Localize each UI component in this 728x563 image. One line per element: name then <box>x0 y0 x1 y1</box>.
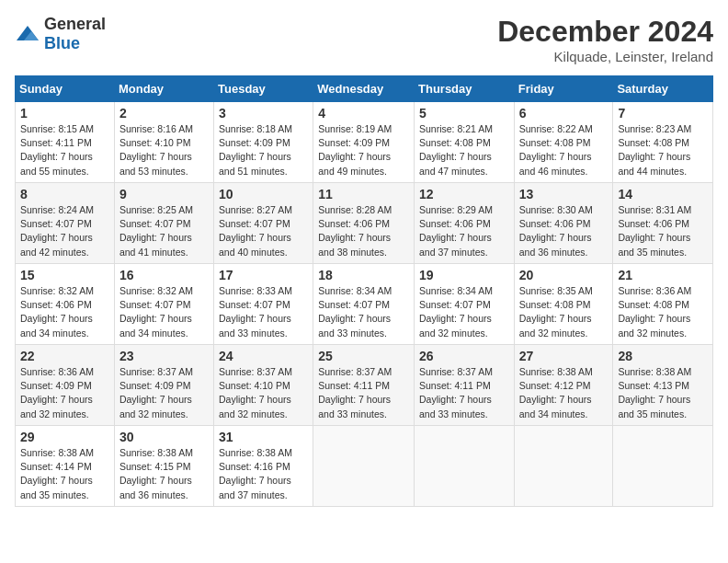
calendar-table: SundayMondayTuesdayWednesdayThursdayFrid… <box>15 75 713 507</box>
day-info: Sunrise: 8:33 AM Sunset: 4:07 PM Dayligh… <box>219 284 308 340</box>
day-number: 26 <box>419 349 509 363</box>
calendar-day-cell: 18 Sunrise: 8:34 AM Sunset: 4:07 PM Dayl… <box>313 264 415 345</box>
logo-text: General Blue <box>44 15 106 53</box>
day-info: Sunrise: 8:37 AM Sunset: 4:11 PM Dayligh… <box>318 365 409 421</box>
day-number: 8 <box>20 187 109 201</box>
day-number: 11 <box>318 187 409 201</box>
day-number: 27 <box>519 349 609 363</box>
calendar-day-cell <box>514 426 613 507</box>
calendar-day-cell: 23 Sunrise: 8:37 AM Sunset: 4:09 PM Dayl… <box>114 345 213 426</box>
day-number: 31 <box>219 430 308 444</box>
day-number: 19 <box>419 268 509 282</box>
day-info: Sunrise: 8:19 AM Sunset: 4:09 PM Dayligh… <box>318 122 409 178</box>
calendar-day-cell: 20 Sunrise: 8:35 AM Sunset: 4:08 PM Dayl… <box>514 264 613 345</box>
day-number: 29 <box>20 430 109 444</box>
day-info: Sunrise: 8:37 AM Sunset: 4:09 PM Dayligh… <box>119 365 209 421</box>
calendar-day-cell: 19 Sunrise: 8:34 AM Sunset: 4:07 PM Dayl… <box>415 264 515 345</box>
day-info: Sunrise: 8:18 AM Sunset: 4:09 PM Dayligh… <box>219 122 308 178</box>
weekday-header-row: SundayMondayTuesdayWednesdayThursdayFrid… <box>16 76 713 102</box>
month-title: December 2024 <box>497 15 713 49</box>
logo-general: General <box>44 15 106 33</box>
day-info: Sunrise: 8:28 AM Sunset: 4:06 PM Dayligh… <box>318 203 409 259</box>
calendar-day-cell: 22 Sunrise: 8:36 AM Sunset: 4:09 PM Dayl… <box>16 345 115 426</box>
day-number: 30 <box>119 430 209 444</box>
calendar-day-cell: 11 Sunrise: 8:28 AM Sunset: 4:06 PM Dayl… <box>313 183 415 264</box>
calendar-day-cell: 3 Sunrise: 8:18 AM Sunset: 4:09 PM Dayli… <box>214 102 313 183</box>
calendar-day-cell: 24 Sunrise: 8:37 AM Sunset: 4:10 PM Dayl… <box>214 345 313 426</box>
calendar-day-cell <box>313 426 415 507</box>
day-number: 7 <box>618 106 708 121</box>
day-info: Sunrise: 8:36 AM Sunset: 4:09 PM Dayligh… <box>20 365 109 421</box>
day-number: 21 <box>618 268 708 282</box>
day-number: 5 <box>419 106 509 121</box>
calendar-day-cell: 29 Sunrise: 8:38 AM Sunset: 4:14 PM Dayl… <box>16 426 115 507</box>
day-number: 15 <box>20 268 109 282</box>
day-info: Sunrise: 8:38 AM Sunset: 4:12 PM Dayligh… <box>519 365 609 421</box>
calendar-day-cell: 25 Sunrise: 8:37 AM Sunset: 4:11 PM Dayl… <box>313 345 415 426</box>
calendar-week-row: 22 Sunrise: 8:36 AM Sunset: 4:09 PM Dayl… <box>16 345 713 426</box>
day-number: 22 <box>20 349 109 363</box>
calendar-day-cell: 26 Sunrise: 8:37 AM Sunset: 4:11 PM Dayl… <box>415 345 515 426</box>
calendar-day-cell: 28 Sunrise: 8:38 AM Sunset: 4:13 PM Dayl… <box>613 345 713 426</box>
day-info: Sunrise: 8:36 AM Sunset: 4:08 PM Dayligh… <box>618 284 708 340</box>
calendar-day-cell: 1 Sunrise: 8:15 AM Sunset: 4:11 PM Dayli… <box>16 102 115 183</box>
page-header: General Blue December 2024 Kilquade, Lei… <box>15 15 713 64</box>
weekday-header: Sunday <box>16 76 115 102</box>
day-number: 17 <box>219 268 308 282</box>
weekday-header: Wednesday <box>313 76 415 102</box>
day-info: Sunrise: 8:35 AM Sunset: 4:08 PM Dayligh… <box>519 284 609 340</box>
calendar-day-cell: 4 Sunrise: 8:19 AM Sunset: 4:09 PM Dayli… <box>313 102 415 183</box>
day-info: Sunrise: 8:37 AM Sunset: 4:10 PM Dayligh… <box>219 365 308 421</box>
calendar-day-cell: 16 Sunrise: 8:32 AM Sunset: 4:07 PM Dayl… <box>114 264 213 345</box>
day-number: 16 <box>119 268 209 282</box>
weekday-header: Thursday <box>415 76 515 102</box>
calendar-day-cell: 7 Sunrise: 8:23 AM Sunset: 4:08 PM Dayli… <box>613 102 713 183</box>
day-number: 4 <box>318 106 409 121</box>
day-number: 24 <box>219 349 308 363</box>
weekday-header: Tuesday <box>214 76 313 102</box>
calendar-day-cell: 21 Sunrise: 8:36 AM Sunset: 4:08 PM Dayl… <box>613 264 713 345</box>
logo-blue: Blue <box>44 34 80 52</box>
calendar-week-row: 15 Sunrise: 8:32 AM Sunset: 4:06 PM Dayl… <box>16 264 713 345</box>
day-number: 10 <box>219 187 308 201</box>
location-subtitle: Kilquade, Leinster, Ireland <box>497 49 713 64</box>
day-number: 18 <box>318 268 409 282</box>
calendar-week-row: 29 Sunrise: 8:38 AM Sunset: 4:14 PM Dayl… <box>16 426 713 507</box>
day-number: 3 <box>219 106 308 121</box>
day-info: Sunrise: 8:38 AM Sunset: 4:14 PM Dayligh… <box>20 446 109 502</box>
day-number: 1 <box>20 106 109 121</box>
day-info: Sunrise: 8:32 AM Sunset: 4:07 PM Dayligh… <box>119 284 209 340</box>
day-info: Sunrise: 8:23 AM Sunset: 4:08 PM Dayligh… <box>618 122 708 178</box>
calendar-day-cell: 14 Sunrise: 8:31 AM Sunset: 4:06 PM Dayl… <box>613 183 713 264</box>
title-area: December 2024 Kilquade, Leinster, Irelan… <box>497 15 713 64</box>
day-number: 9 <box>119 187 209 201</box>
day-number: 28 <box>618 349 708 363</box>
calendar-week-row: 1 Sunrise: 8:15 AM Sunset: 4:11 PM Dayli… <box>16 102 713 183</box>
day-info: Sunrise: 8:37 AM Sunset: 4:11 PM Dayligh… <box>419 365 509 421</box>
day-info: Sunrise: 8:24 AM Sunset: 4:07 PM Dayligh… <box>20 203 109 259</box>
day-number: 6 <box>519 106 609 121</box>
day-info: Sunrise: 8:34 AM Sunset: 4:07 PM Dayligh… <box>419 284 509 340</box>
calendar-day-cell: 6 Sunrise: 8:22 AM Sunset: 4:08 PM Dayli… <box>514 102 613 183</box>
day-info: Sunrise: 8:21 AM Sunset: 4:08 PM Dayligh… <box>419 122 509 178</box>
day-info: Sunrise: 8:30 AM Sunset: 4:06 PM Dayligh… <box>519 203 609 259</box>
calendar-day-cell <box>415 426 515 507</box>
day-info: Sunrise: 8:34 AM Sunset: 4:07 PM Dayligh… <box>318 284 409 340</box>
calendar-day-cell: 31 Sunrise: 8:38 AM Sunset: 4:16 PM Dayl… <box>214 426 313 507</box>
day-number: 23 <box>119 349 209 363</box>
day-info: Sunrise: 8:38 AM Sunset: 4:16 PM Dayligh… <box>219 446 308 502</box>
day-info: Sunrise: 8:29 AM Sunset: 4:06 PM Dayligh… <box>419 203 509 259</box>
calendar-day-cell: 2 Sunrise: 8:16 AM Sunset: 4:10 PM Dayli… <box>114 102 213 183</box>
day-number: 13 <box>519 187 609 201</box>
day-info: Sunrise: 8:25 AM Sunset: 4:07 PM Dayligh… <box>119 203 209 259</box>
day-number: 20 <box>519 268 609 282</box>
day-info: Sunrise: 8:22 AM Sunset: 4:08 PM Dayligh… <box>519 122 609 178</box>
calendar-day-cell <box>613 426 713 507</box>
logo: General Blue <box>15 15 106 53</box>
calendar-day-cell: 8 Sunrise: 8:24 AM Sunset: 4:07 PM Dayli… <box>16 183 115 264</box>
day-info: Sunrise: 8:15 AM Sunset: 4:11 PM Dayligh… <box>20 122 109 178</box>
day-number: 14 <box>618 187 708 201</box>
calendar-day-cell: 13 Sunrise: 8:30 AM Sunset: 4:06 PM Dayl… <box>514 183 613 264</box>
day-info: Sunrise: 8:38 AM Sunset: 4:15 PM Dayligh… <box>119 446 209 502</box>
calendar-day-cell: 5 Sunrise: 8:21 AM Sunset: 4:08 PM Dayli… <box>415 102 515 183</box>
